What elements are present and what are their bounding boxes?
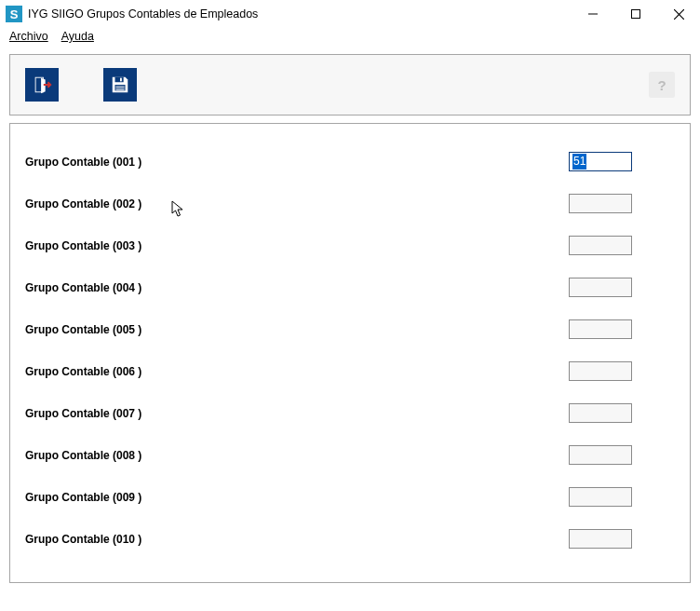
svg-rect-7	[115, 77, 124, 83]
app-icon: S	[6, 6, 22, 22]
form-row: Grupo Contable (005 )	[25, 308, 675, 350]
form-row: Grupo Contable (007 )	[25, 392, 675, 434]
field-label: Grupo Contable (004 )	[25, 281, 569, 294]
window-title: IYG SIIGO Grupos Contables de Empleados	[28, 7, 572, 20]
form-row: Grupo Contable (010 )	[25, 518, 675, 560]
form-row: Grupo Contable (009 )	[25, 476, 675, 518]
field-label: Grupo Contable (005 )	[25, 323, 569, 336]
window-controls	[572, 0, 700, 28]
grupo-contable-input-004[interactable]	[569, 278, 632, 297]
form-panel: Grupo Contable (001 ) 51 Grupo Contable …	[9, 123, 691, 583]
field-label: Grupo Contable (002 )	[25, 197, 569, 210]
grupo-contable-input-003[interactable]	[569, 236, 632, 255]
form-row: Grupo Contable (003 )	[25, 224, 675, 266]
field-label: Grupo Contable (007 )	[25, 407, 569, 420]
field-label: Grupo Contable (008 )	[25, 449, 569, 462]
exit-button[interactable]	[25, 68, 59, 102]
grupo-contable-input-006[interactable]	[569, 361, 632, 381]
form-row: Grupo Contable (004 )	[25, 266, 675, 308]
titlebar: S IYG SIIGO Grupos Contables de Empleado…	[0, 0, 700, 28]
menu-archivo[interactable]: Archivo	[9, 30, 48, 43]
svg-rect-1	[632, 10, 640, 19]
floppy-save-icon	[110, 75, 130, 95]
door-exit-icon	[32, 75, 52, 95]
grupo-contable-input-009[interactable]	[569, 487, 632, 507]
toolbar: ?	[9, 54, 691, 115]
field-label: Grupo Contable (003 )	[25, 239, 569, 252]
minimize-button[interactable]	[572, 0, 614, 28]
menu-ayuda[interactable]: Ayuda	[61, 30, 94, 43]
field-label: Grupo Contable (010 )	[25, 533, 569, 546]
form-row: Grupo Contable (008 )	[25, 434, 675, 476]
form-row: Grupo Contable (006 )	[25, 350, 675, 392]
grupo-contable-input-010[interactable]	[569, 529, 632, 549]
field-label: Grupo Contable (001 )	[25, 156, 569, 169]
grupo-contable-input-001[interactable]: 51	[569, 152, 632, 171]
svg-rect-8	[120, 78, 122, 82]
field-label: Grupo Contable (009 )	[25, 491, 569, 504]
menubar: Archivo Ayuda	[0, 28, 700, 47]
grupo-contable-input-005[interactable]	[569, 319, 632, 339]
save-button[interactable]	[103, 68, 137, 102]
field-label: Grupo Contable (006 )	[25, 365, 569, 378]
form-row: Grupo Contable (001 ) 51	[25, 141, 675, 183]
maximize-button[interactable]	[614, 0, 657, 28]
form-row: Grupo Contable (002 )	[25, 183, 675, 224]
grupo-contable-input-007[interactable]	[569, 403, 632, 423]
grupo-contable-input-008[interactable]	[569, 445, 632, 465]
close-button[interactable]	[657, 0, 700, 28]
grupo-contable-input-002[interactable]	[569, 194, 632, 213]
help-button[interactable]: ?	[649, 72, 675, 98]
